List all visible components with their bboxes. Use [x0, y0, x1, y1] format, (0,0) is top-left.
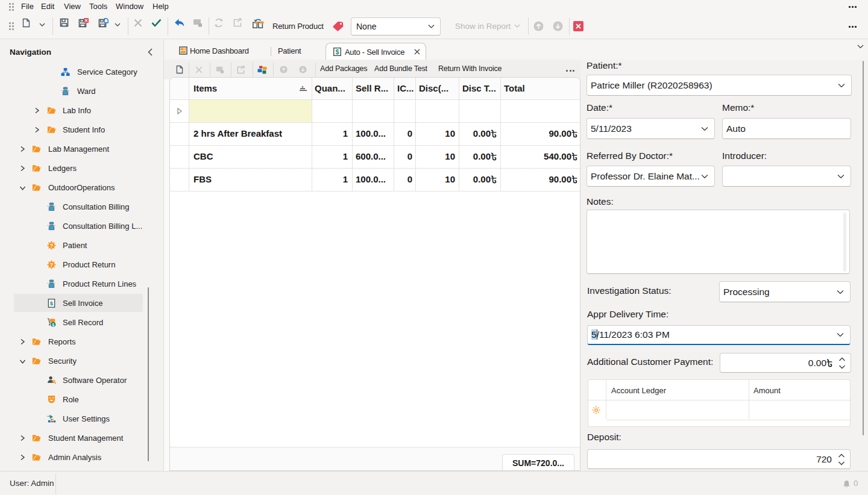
svg-text:$: $: [52, 323, 55, 327]
svg-text:?: ?: [50, 262, 53, 268]
svg-text:$: $: [50, 300, 54, 307]
svg-text:?: ?: [50, 243, 53, 249]
svg-text:$: $: [336, 49, 339, 55]
